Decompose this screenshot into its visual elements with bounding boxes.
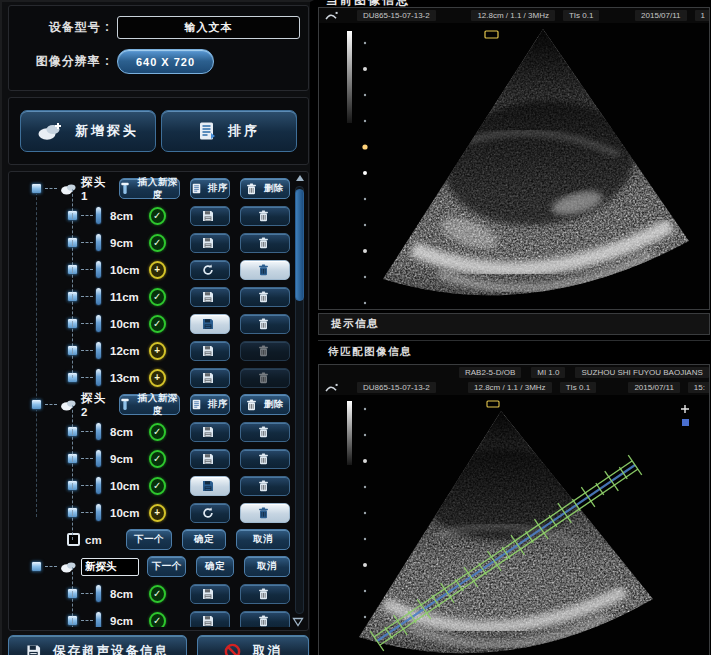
tree-connector bbox=[81, 512, 93, 513]
status-ok-icon: ✓ bbox=[149, 315, 166, 333]
depth-bar-icon bbox=[96, 477, 101, 494]
delete-depth-button[interactable] bbox=[240, 341, 290, 361]
confirm-button-label: 确定 bbox=[194, 533, 214, 546]
depth-row[interactable]: 8cm✓ bbox=[11, 202, 292, 229]
device-model-input[interactable] bbox=[117, 16, 300, 39]
status-ok-icon: ✓ bbox=[149, 585, 166, 603]
next-button[interactable]: 下一个 bbox=[126, 529, 172, 550]
delete-depth-button[interactable] bbox=[240, 611, 290, 628]
save-device-info-button[interactable]: 保存超声设备信息 bbox=[8, 635, 187, 655]
insert-depth-icon bbox=[120, 398, 130, 411]
save-depth-button[interactable] bbox=[190, 476, 231, 496]
delete-depth-button[interactable] bbox=[240, 584, 290, 604]
sort-probe-button-label: 排序 bbox=[208, 182, 228, 195]
delete-depth-button[interactable] bbox=[240, 449, 290, 469]
scrollbar-thumb[interactable] bbox=[295, 189, 304, 301]
new-probe-name-input[interactable] bbox=[81, 558, 139, 576]
tree-checkbox[interactable] bbox=[67, 372, 78, 383]
depth-row[interactable]: 11cm✓ bbox=[11, 283, 292, 310]
depth-row[interactable]: 8cm✓ bbox=[11, 418, 292, 445]
save-icon bbox=[202, 318, 214, 330]
save-depth-button[interactable] bbox=[190, 368, 231, 388]
save-depth-button[interactable] bbox=[190, 233, 231, 253]
trash-icon bbox=[258, 345, 269, 357]
save-depth-button[interactable] bbox=[190, 314, 231, 334]
next-button-label: 下一个 bbox=[152, 560, 182, 573]
save-icon bbox=[202, 453, 214, 465]
status-pending-icon: + bbox=[149, 342, 166, 360]
section-divider bbox=[318, 340, 710, 341]
delete-depth-button[interactable] bbox=[240, 503, 290, 523]
depth-label: 10cm bbox=[110, 480, 149, 492]
depth-row[interactable]: 13cm+ bbox=[11, 364, 292, 391]
depth-row[interactable]: 9cm✓ bbox=[11, 229, 292, 256]
depth-row[interactable]: 10cm+ bbox=[11, 256, 292, 283]
tree-checkbox[interactable] bbox=[31, 561, 42, 572]
depth-row[interactable]: 9cm✓ bbox=[11, 607, 292, 627]
resolution-button[interactable]: 640 X 720 bbox=[117, 49, 214, 74]
save-icon bbox=[202, 372, 214, 384]
depth-unit-label: cm bbox=[85, 534, 102, 546]
delete-probe-button[interactable]: 删除 bbox=[240, 394, 290, 415]
save-depth-button[interactable] bbox=[190, 611, 231, 628]
delete-probe-button[interactable]: 删除 bbox=[240, 178, 290, 199]
probe-header-row[interactable]: 下一个确定取消 bbox=[11, 553, 292, 580]
refresh-depth-button[interactable] bbox=[190, 503, 231, 523]
delete-depth-button[interactable] bbox=[240, 314, 290, 334]
new-depth-row[interactable]: cm下一个确定取消 bbox=[11, 526, 292, 553]
refresh-depth-button[interactable] bbox=[190, 260, 231, 280]
depth-bar-icon bbox=[96, 450, 101, 467]
depth-row[interactable]: 8cm✓ bbox=[11, 580, 292, 607]
cancel-edit-button[interactable]: 取消 bbox=[244, 556, 290, 577]
add-probe-button[interactable]: 新增探头 bbox=[20, 110, 156, 152]
save-depth-button[interactable] bbox=[190, 449, 231, 469]
sort-button[interactable]: 排序 bbox=[161, 110, 297, 152]
delete-depth-button[interactable] bbox=[240, 260, 290, 280]
save-icon bbox=[202, 237, 214, 249]
sort-probe-button[interactable]: 排序 bbox=[190, 178, 231, 199]
cancel-button[interactable]: 取消 bbox=[197, 635, 309, 655]
next-button[interactable]: 下一个 bbox=[147, 556, 186, 577]
save-depth-button[interactable] bbox=[190, 422, 231, 442]
save-depth-button[interactable] bbox=[190, 341, 231, 361]
depth-label: 8cm bbox=[110, 426, 149, 438]
save-depth-button[interactable] bbox=[190, 584, 231, 604]
status-pending-icon: + bbox=[149, 261, 166, 279]
delete-depth-button[interactable] bbox=[240, 422, 290, 442]
delete-depth-button[interactable] bbox=[240, 368, 290, 388]
new-depth-input[interactable] bbox=[67, 533, 80, 546]
save-depth-button[interactable] bbox=[190, 287, 231, 307]
probe-header-row[interactable]: 探头2插入新深度排序删除 bbox=[11, 391, 292, 418]
depth-row[interactable]: 10cm+ bbox=[11, 499, 292, 526]
depth-row[interactable]: 10cm✓ bbox=[11, 472, 292, 499]
delete-depth-button[interactable] bbox=[240, 287, 290, 307]
tree-checkbox[interactable] bbox=[31, 183, 42, 194]
confirm-button-label: 确定 bbox=[205, 560, 225, 573]
delete-depth-button[interactable] bbox=[240, 233, 290, 253]
confirm-button[interactable]: 确定 bbox=[196, 556, 234, 577]
next-button-label: 下一个 bbox=[134, 533, 164, 546]
tree-connector bbox=[45, 566, 57, 567]
insert-depth-button-label: 插入新深度 bbox=[137, 176, 179, 202]
save-depth-button[interactable] bbox=[190, 206, 231, 226]
probe-tree-box: 探头1插入新深度排序删除8cm✓9cm✓10cm+11cm✓10cm✓12cm+… bbox=[8, 171, 309, 631]
depth-row[interactable]: 10cm✓ bbox=[11, 310, 292, 337]
scroll-down-icon[interactable] bbox=[292, 617, 304, 627]
ultrasound-sector-image-1 bbox=[319, 23, 710, 310]
confirm-button[interactable]: 确定 bbox=[182, 529, 226, 550]
depth-row[interactable]: 9cm✓ bbox=[11, 445, 292, 472]
probe-header-row[interactable]: 探头1插入新深度排序删除 bbox=[11, 175, 292, 202]
sort-probe-button[interactable]: 排序 bbox=[190, 394, 231, 415]
tree-connector bbox=[81, 323, 93, 324]
insert-depth-button[interactable]: 插入新深度 bbox=[119, 394, 180, 415]
image1-ti: TIs 0.1 bbox=[563, 10, 599, 21]
depth-bar-icon bbox=[96, 504, 101, 521]
scroll-up-icon[interactable] bbox=[295, 174, 305, 182]
delete-depth-button[interactable] bbox=[240, 476, 290, 496]
tree-checkbox[interactable] bbox=[31, 399, 42, 410]
refresh-icon bbox=[202, 507, 214, 519]
depth-row[interactable]: 12cm+ bbox=[11, 337, 292, 364]
cancel-edit-button[interactable]: 取消 bbox=[236, 529, 290, 550]
insert-depth-button[interactable]: 插入新深度 bbox=[119, 178, 180, 199]
delete-depth-button[interactable] bbox=[240, 206, 290, 226]
